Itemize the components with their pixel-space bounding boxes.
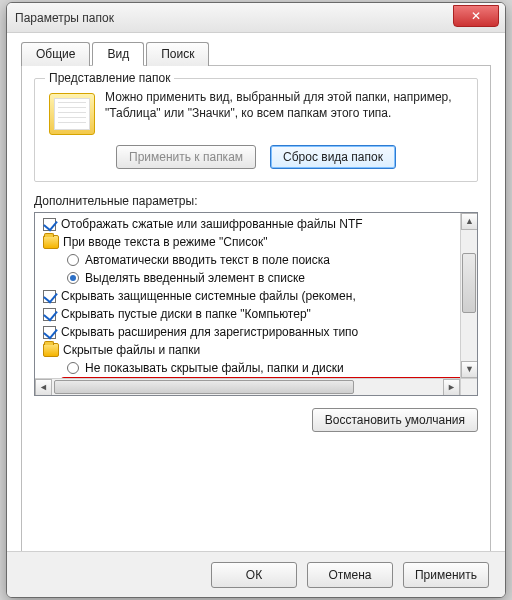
checkbox-icon[interactable] (43, 290, 56, 303)
folder-preview-icon (49, 93, 95, 135)
close-icon: ✕ (471, 9, 481, 23)
restore-defaults-button[interactable]: Восстановить умолчания (312, 408, 478, 432)
radio-icon[interactable] (67, 272, 79, 284)
tabstrip: Общие Вид Поиск (7, 33, 505, 65)
window-title: Параметры папок (15, 11, 114, 25)
option-group-hidden-files[interactable]: Скрытые файлы и папки (39, 341, 477, 359)
tab-pane-view: Представление папок Можно применить вид,… (21, 65, 491, 565)
reset-folders-button[interactable]: Сброс вида папок (270, 145, 396, 169)
option-hide-empty-drives[interactable]: Скрывать пустые диски в папке "Компьютер… (39, 305, 477, 323)
folder-icon (43, 235, 59, 249)
tab-general[interactable]: Общие (21, 42, 90, 66)
option-hide-extensions[interactable]: Скрывать расширения для зарегистрированн… (39, 323, 477, 341)
option-select-typed-item[interactable]: Выделять введенный элемент в списке (39, 269, 477, 287)
group-description: Можно применить вид, выбранный для этой … (105, 89, 467, 135)
horizontal-scroll-thumb[interactable] (54, 380, 354, 394)
scroll-left-icon[interactable]: ◄ (35, 379, 52, 396)
radio-icon[interactable] (67, 362, 79, 374)
option-hide-protected-os[interactable]: Скрывать защищенные системные файлы (рек… (39, 287, 477, 305)
checkbox-icon[interactable] (43, 326, 56, 339)
option-auto-type-search[interactable]: Автоматически вводить текст в поле поиск… (39, 251, 477, 269)
advanced-settings-label: Дополнительные параметры: (34, 194, 478, 208)
dialog-footer: ОК Отмена Применить (7, 551, 505, 597)
scroll-corner (460, 378, 477, 395)
scroll-up-icon[interactable]: ▲ (461, 213, 478, 230)
titlebar[interactable]: Параметры папок ✕ (7, 3, 505, 33)
folder-options-window: Параметры папок ✕ Общие Вид Поиск Предст… (6, 2, 506, 598)
horizontal-scrollbar[interactable]: ◄ ► (35, 378, 460, 395)
tab-search[interactable]: Поиск (146, 42, 209, 66)
checkbox-icon[interactable] (43, 308, 56, 321)
close-button[interactable]: ✕ (453, 5, 499, 27)
group-legend: Представление папок (45, 71, 174, 85)
option-dont-show-hidden[interactable]: Не показывать скрытые файлы, папки и дис… (39, 359, 477, 377)
tab-view[interactable]: Вид (92, 42, 144, 66)
folder-views-group: Представление папок Можно применить вид,… (34, 78, 478, 182)
apply-to-folders-button[interactable]: Применить к папкам (116, 145, 256, 169)
vertical-scrollbar[interactable]: ▲ ▼ (460, 213, 477, 378)
ok-button[interactable]: ОК (211, 562, 297, 588)
radio-icon[interactable] (67, 254, 79, 266)
apply-button[interactable]: Применить (403, 562, 489, 588)
scroll-right-icon[interactable]: ► (443, 379, 460, 396)
option-encrypted-color[interactable]: Отображать сжатые или зашифрованные файл… (39, 215, 477, 233)
scroll-down-icon[interactable]: ▼ (461, 361, 478, 378)
cancel-button[interactable]: Отмена (307, 562, 393, 588)
vertical-scroll-thumb[interactable] (462, 253, 476, 313)
option-group-typing[interactable]: При вводе текста в режиме "Список" (39, 233, 477, 251)
folder-icon (43, 343, 59, 357)
checkbox-icon[interactable] (43, 218, 56, 231)
advanced-settings-tree[interactable]: Отображать сжатые или зашифрованные файл… (34, 212, 478, 396)
